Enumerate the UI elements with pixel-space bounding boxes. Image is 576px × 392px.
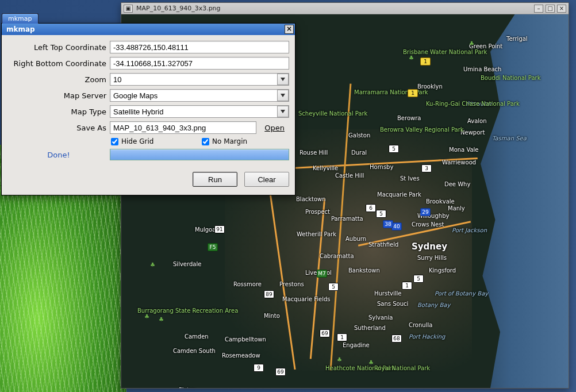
progress-bar [110, 149, 289, 160]
no-margin-label: No Margin [212, 137, 247, 145]
no-margin-checkbox[interactable] [202, 138, 209, 145]
map-label: Port of Botany Bay [435, 290, 488, 297]
dialog-titlebar[interactable]: mkmap × [2, 24, 295, 35]
map-label: Surry Hills [417, 255, 447, 261]
route-badge: 6 [366, 204, 376, 212]
map-label: Strathfield [368, 241, 398, 248]
map-label: Dural [351, 149, 367, 156]
map-type-label: Map Type [7, 107, 106, 116]
route-badge: 9 [254, 364, 264, 372]
hide-grid-checkbox[interactable] [111, 138, 118, 145]
map-label: Port Jackson [452, 227, 487, 233]
park-icon: ♣ [409, 55, 414, 61]
status-text: Done! [7, 151, 110, 159]
map-label: Brisbane Water National Park [403, 49, 487, 55]
map-label: Picton [179, 387, 196, 388]
route-badge: 89 [264, 290, 274, 298]
map-server-label: Map Server [7, 91, 106, 100]
map-server-combo[interactable] [110, 89, 289, 102]
map-label: Macquarie Park [377, 191, 421, 198]
zoom-dropdown-button[interactable] [277, 74, 289, 85]
map-label: Mulgoa [195, 226, 216, 233]
dialog-title: mkmap [3, 25, 285, 33]
map-label: Brookvale [426, 198, 455, 205]
route-badge: 5 [328, 283, 339, 291]
route-badge: M7 [317, 270, 327, 278]
map-label: Port Hacking [409, 333, 445, 340]
route-badge: 1 [408, 89, 418, 97]
hide-grid-label: Hide Grid [121, 137, 153, 145]
map-label: Manly [448, 205, 465, 212]
map-label: Rossmore [233, 281, 262, 287]
route-badge: 69 [320, 329, 330, 337]
route-badge: 38 [383, 220, 393, 228]
map-label: Sans Souci [377, 301, 408, 307]
dialog-tab: mkmap [2, 13, 39, 24]
map-label: Camden South [173, 348, 216, 354]
map-label: Engadine [343, 342, 370, 348]
park-icon: ♣ [368, 359, 374, 366]
zoom-label: Zoom [7, 75, 106, 84]
map-label: Warriewood [442, 159, 476, 166]
map-label: Ku-Ring-Gai Chase National Park [426, 101, 520, 107]
run-button[interactable]: Run [193, 172, 237, 187]
right-bottom-input[interactable] [110, 57, 289, 70]
map-label: Prospect [305, 209, 330, 215]
map-server-dropdown-button[interactable] [277, 90, 289, 101]
map-type-combo[interactable] [110, 105, 289, 118]
route-badge: 29 [420, 208, 431, 216]
clear-button[interactable]: Clear [244, 172, 289, 187]
save-as-label: Save As [7, 124, 106, 132]
map-type-dropdown-button[interactable] [277, 106, 289, 117]
right-bottom-label: Right Bottom Coordinate [7, 59, 106, 68]
no-margin-check[interactable]: No Margin [202, 137, 288, 145]
park-icon: ♣ [150, 262, 155, 268]
route-badge: 1 [337, 333, 347, 341]
maximize-button[interactable]: □ [546, 5, 555, 13]
open-link[interactable]: Open [260, 124, 289, 132]
route-badge: 1 [420, 57, 431, 66]
map-label: Mona Vale [449, 147, 479, 153]
map-label: Tasman Sea [492, 135, 527, 141]
map-label: Hornsby [370, 164, 393, 170]
map-label: Hurstville [374, 290, 402, 297]
map-label: Camden [185, 333, 209, 340]
map-label: Umina Beach [463, 66, 501, 72]
save-as-input[interactable] [110, 121, 256, 134]
map-label: Parramatta [331, 216, 363, 222]
park-icon: ♣ [159, 316, 164, 322]
map-label: Rosemeadow [222, 352, 260, 359]
image-viewer-titlebar[interactable]: ▣ MAP_10_613_940_3x3.png – □ × [121, 3, 569, 14]
map-label: Newport [460, 129, 485, 136]
left-top-input[interactable] [110, 41, 289, 53]
image-viewer-title: MAP_10_613_940_3x3.png [135, 5, 532, 12]
map-label: Bankstown [348, 267, 380, 274]
map-label: Burragorang State Recreation Area [137, 308, 238, 314]
zoom-combo[interactable] [110, 73, 289, 86]
map-label: Royal National Park [374, 365, 430, 371]
dialog-close-button[interactable]: × [285, 25, 294, 34]
close-button[interactable]: × [557, 5, 566, 13]
map-label: Berowra Valley Regional Park [380, 126, 464, 133]
map-label: Rouse Hill [299, 149, 328, 156]
map-label: Galston [348, 132, 370, 139]
map-label: Botany Bay [417, 302, 450, 308]
route-badge: 5 [389, 145, 399, 153]
left-top-label: Left Top Coordinate [7, 43, 106, 52]
map-label: Terrigal [506, 36, 528, 42]
route-badge: 3 [421, 164, 432, 172]
map-label: St Ives [400, 175, 420, 182]
hide-grid-check[interactable]: Hide Grid [111, 137, 197, 145]
map-label: Avalon [467, 118, 487, 124]
route-badge: 5 [413, 275, 424, 283]
window-icon: ▣ [124, 5, 133, 13]
map-label: Sutherland [354, 325, 386, 331]
route-badge: 91 [214, 225, 225, 233]
map-label: Bouddi National Park [481, 75, 540, 81]
map-label: Sydney [412, 241, 447, 252]
minimize-button[interactable]: – [534, 5, 543, 13]
map-label: Sylvania [368, 314, 393, 321]
dialog-body: Left Top Coordinate Right Bottom Coordin… [2, 35, 295, 195]
map-label: Auburn [345, 236, 366, 242]
map-label: Berowra [397, 115, 421, 121]
